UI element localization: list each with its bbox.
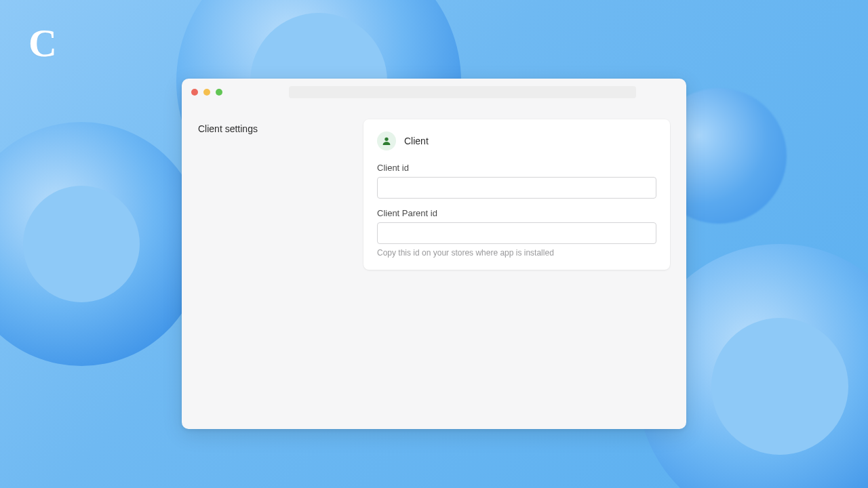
client-id-label: Client id xyxy=(377,163,656,173)
window-content: Client settings Client Client id Client … xyxy=(182,106,686,283)
background: C Client settings Client Client id xyxy=(0,0,868,488)
client-id-field: Client id xyxy=(377,163,656,199)
client-parent-id-label: Client Parent id xyxy=(377,208,656,218)
minimize-icon[interactable] xyxy=(203,89,210,96)
svg-point-0 xyxy=(384,138,388,141)
app-window: Client settings Client Client id Client … xyxy=(182,79,686,429)
client-parent-id-input[interactable] xyxy=(377,222,656,244)
card-header: Client xyxy=(377,131,656,150)
close-icon[interactable] xyxy=(191,89,198,96)
client-parent-id-help: Copy this id on your stores where app is… xyxy=(377,248,656,258)
client-parent-id-field: Client Parent id Copy this id on your st… xyxy=(377,208,656,258)
maximize-icon[interactable] xyxy=(216,89,222,96)
person-icon xyxy=(377,131,396,150)
window-titlebar xyxy=(182,79,686,106)
decorative-torus xyxy=(0,122,203,366)
client-id-input[interactable] xyxy=(377,177,656,199)
brand-logo: C xyxy=(28,20,56,66)
client-card: Client Client id Client Parent id Copy t… xyxy=(363,119,670,270)
page-title: Client settings xyxy=(198,119,347,134)
address-bar[interactable] xyxy=(289,86,636,98)
card-title: Client xyxy=(404,136,429,146)
